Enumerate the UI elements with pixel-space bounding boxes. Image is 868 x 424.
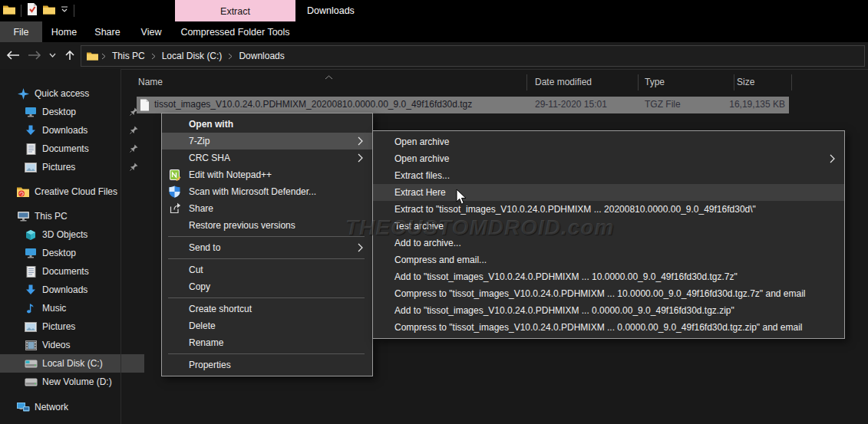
submenu-item-open-archive-as[interactable]: Open archive xyxy=(373,150,844,167)
sidebar-item-this-pc[interactable]: This PC xyxy=(0,207,137,225)
menu-item-restore-previous-versions[interactable]: Restore previous versions xyxy=(162,217,372,234)
sort-ascending-icon xyxy=(325,71,333,82)
tab-compressed-folder-tools[interactable]: Compressed Folder Tools xyxy=(175,21,295,42)
menu-item-delete[interactable]: Delete xyxy=(162,317,372,334)
sidebar-item-desktop[interactable]: Desktop xyxy=(0,244,144,262)
recent-locations-button[interactable] xyxy=(46,47,58,64)
breadcrumb-downloads[interactable]: Downloads xyxy=(234,51,289,61)
up-arrow-icon xyxy=(65,50,74,61)
back-button[interactable] xyxy=(5,47,21,64)
menu-item-7-zip[interactable]: 7-Zip xyxy=(162,133,372,150)
desktop-icon xyxy=(24,248,38,258)
breadcrumb-local-disk-c[interactable]: Local Disk (C:) xyxy=(157,51,227,61)
folder-icon xyxy=(87,51,98,61)
menu-item-crc-sha[interactable]: CRC SHA xyxy=(162,150,372,166)
sidebar-item-pictures[interactable]: Pictures xyxy=(0,317,144,336)
tab-share[interactable]: Share xyxy=(86,21,129,42)
menu-item-create-shortcut[interactable]: Create shortcut xyxy=(162,301,372,317)
up-button[interactable] xyxy=(61,47,78,64)
customize-toolbar-chevron-icon[interactable] xyxy=(61,5,68,16)
submenu-chevron-icon xyxy=(358,243,363,252)
file-row-selected[interactable]: tissot_images_V10.0.24.0.PDHMIXM_2020081… xyxy=(137,97,789,113)
column-header-type[interactable]: Type xyxy=(645,77,665,87)
pin-icon xyxy=(130,144,138,155)
address-bar[interactable]: This PC Local Disk (C:) Downloads xyxy=(81,45,865,67)
column-separator[interactable] xyxy=(638,74,639,90)
submenu-item-add-to-zip[interactable]: Add to "tissot_images_V10.0.24.0.PDHMIXM… xyxy=(373,302,844,319)
sidebar-item-videos[interactable]: Videos xyxy=(0,336,144,354)
column-separator[interactable] xyxy=(526,74,527,90)
column-separator[interactable] xyxy=(791,74,792,90)
menu-item-cut[interactable]: Cut xyxy=(162,261,372,278)
sidebar-item-pictures-pinned[interactable]: Pictures xyxy=(0,158,144,176)
file-explorer-window: Extract Downloads File Home Share View C… xyxy=(0,0,868,424)
sidebar-item-3d-objects[interactable]: 3D Objects xyxy=(0,225,144,244)
quick-access-toolbar xyxy=(3,3,74,18)
submenu-chevron-icon xyxy=(358,153,363,163)
desktop-icon xyxy=(24,107,38,117)
sidebar-item-network[interactable]: Network xyxy=(0,398,137,416)
back-arrow-icon xyxy=(6,51,20,60)
submenu-item-compress-to-zip-and-email[interactable]: Compress to "tissot_images_V10.0.24.0.PD… xyxy=(373,319,844,336)
menu-item-properties[interactable]: Properties xyxy=(162,357,372,373)
sidebar-item-downloads-pinned[interactable]: Downloads xyxy=(0,121,144,140)
menu-item-send-to[interactable]: Send to xyxy=(162,239,372,256)
menu-item-open-with[interactable]: Open with xyxy=(162,116,372,133)
forward-button[interactable] xyxy=(26,47,43,64)
breadcrumb-chevron-icon xyxy=(100,53,107,60)
sidebar-item-documents[interactable]: Documents xyxy=(0,262,144,281)
submenu-item-extract-files[interactable]: Extract files... xyxy=(373,167,844,184)
submenu-item-test-archive[interactable]: Test archive xyxy=(373,218,844,235)
navigation-bar: This PC Local Disk (C:) Downloads xyxy=(0,42,868,70)
sidebar-item-creative-cloud-files[interactable]: Creative Cloud Files xyxy=(0,182,137,201)
menu-item-copy[interactable]: Copy xyxy=(162,278,372,295)
sidebar-item-local-disk-c[interactable]: Local Disk (C:) xyxy=(0,354,144,373)
drive-icon xyxy=(24,360,38,368)
file-size: 16,19,135 KB xyxy=(691,99,785,110)
sidebar-item-quick-access[interactable]: Quick access xyxy=(0,84,137,103)
downloads-icon xyxy=(24,125,38,136)
column-header-size[interactable]: Size xyxy=(737,77,754,87)
tab-file[interactable]: File xyxy=(0,21,42,42)
submenu-item-extract-to-folder[interactable]: Extract to "tissot_images_V10.0.24.0.PDH… xyxy=(373,201,844,218)
sidebar-item-desktop-pinned[interactable]: Desktop xyxy=(0,103,144,121)
this-pc-icon xyxy=(16,211,30,222)
tab-home[interactable]: Home xyxy=(42,21,86,42)
tab-view[interactable]: View xyxy=(129,21,173,42)
submenu-item-compress-and-email[interactable]: Compress and email... xyxy=(373,251,844,268)
pictures-icon xyxy=(24,163,38,173)
pane-divider[interactable] xyxy=(120,69,121,424)
submenu-item-add-to-archive[interactable]: Add to archive... xyxy=(373,235,844,251)
submenu-item-add-to-7z[interactable]: Add to "tissot_images_V10.0.24.0.PDHMIXM… xyxy=(373,268,844,285)
column-separator[interactable] xyxy=(734,74,734,90)
submenu-item-open-archive[interactable]: Open archive xyxy=(373,133,844,150)
sidebar-item-new-volume-d[interactable]: New Volume (D:) xyxy=(0,373,144,391)
sidebar-item-downloads[interactable]: Downloads xyxy=(0,281,144,299)
submenu-item-extract-here[interactable]: Extract Here xyxy=(373,184,844,201)
file-icon xyxy=(140,99,150,113)
file-date-modified: 29-11-2020 15:01 xyxy=(535,99,607,110)
menu-item-share[interactable]: Share xyxy=(162,200,372,217)
file-name: tissot_images_V10.0.24.0.PDHMIXM_2020081… xyxy=(154,99,472,110)
toolbar-separator xyxy=(74,5,74,17)
menu-separator xyxy=(162,234,372,239)
properties-qat-icon[interactable] xyxy=(27,3,38,18)
submenu-item-compress-to-7z-and-email[interactable]: Compress to "tissot_images_V10.0.24.0.PD… xyxy=(373,285,844,302)
menu-separator xyxy=(162,295,372,301)
window-title: Downloads xyxy=(307,5,355,16)
menu-item-scan-with-microsoft-defender[interactable]: Scan with Microsoft Defender... xyxy=(162,183,372,200)
pin-icon xyxy=(130,163,138,173)
menu-item-edit-with-notepad-plus-plus[interactable]: Edit with Notepad++ xyxy=(162,166,372,183)
column-header-date-modified[interactable]: Date modified xyxy=(535,77,592,87)
sidebar-item-documents-pinned[interactable]: Documents xyxy=(0,140,144,158)
column-header-name[interactable]: Name xyxy=(138,77,163,87)
menu-item-rename[interactable]: Rename xyxy=(162,334,372,351)
cube-3d-icon xyxy=(24,229,38,241)
pictures-icon xyxy=(24,322,38,332)
breadcrumb-this-pc[interactable]: This PC xyxy=(107,51,150,61)
new-folder-qat-icon[interactable] xyxy=(43,5,55,17)
sidebar-item-music[interactable]: Music xyxy=(0,299,144,317)
ribbon-contextual-tab-extract[interactable]: Extract xyxy=(175,0,295,23)
title-bar: Extract Downloads xyxy=(0,0,868,23)
extract-tab-label: Extract xyxy=(220,6,250,17)
